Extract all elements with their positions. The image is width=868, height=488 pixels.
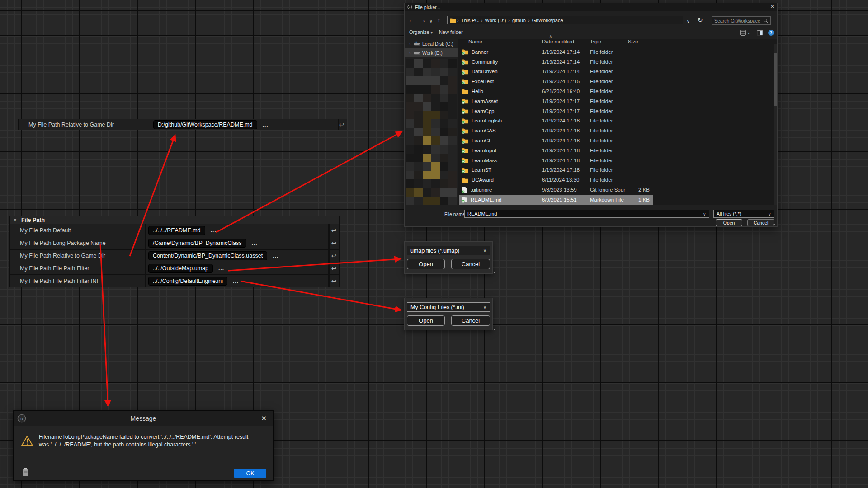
column-splitter[interactable] xyxy=(145,224,146,237)
file-row[interactable]: ExcelTest1/19/2024 17:15File folder xyxy=(459,76,653,86)
chevron-down-icon[interactable]: ∨ xyxy=(703,212,706,216)
file-row[interactable]: LearnInput1/19/2024 17:18File folder xyxy=(459,145,653,155)
cancel-button[interactable]: Cancel xyxy=(451,259,490,269)
breadcrumb-segment[interactable]: This PC xyxy=(461,18,479,23)
file-date: 1/19/2024 17:18 xyxy=(538,128,587,133)
breadcrumb-segment[interactable]: github xyxy=(512,18,526,23)
folder-git-icon xyxy=(462,69,468,75)
browse-ellipsis-button[interactable]: ... xyxy=(233,279,239,283)
property-value-field[interactable]: D:/github/GitWorkspace/README.md xyxy=(153,120,257,129)
close-icon[interactable]: ✕ xyxy=(261,414,267,422)
browse-ellipsis-button[interactable]: ... xyxy=(252,241,258,245)
close-icon[interactable]: ✕ xyxy=(770,4,774,9)
browse-ellipsis-button[interactable]: ... xyxy=(211,228,217,233)
file-name: LearnCpp xyxy=(472,108,495,114)
address-bar[interactable]: ›This PC›Work (D:)›github›GitWorkspace xyxy=(447,16,683,24)
property-value-field[interactable]: ../../../README.md xyxy=(148,226,205,235)
open-button[interactable]: Open xyxy=(407,315,445,326)
property-row-relative-to-game-dir: My File Path Relative to Game Dir D:/git… xyxy=(18,119,347,130)
property-value-field[interactable]: /Game/Dynamic/BP_DynamicClass xyxy=(148,239,246,248)
search-icon[interactable] xyxy=(763,18,769,23)
column-header-size[interactable]: Size xyxy=(625,37,653,46)
file-row[interactable]: .gitignore9/8/2023 13:59Git Ignore Sourc… xyxy=(459,185,653,195)
help-icon[interactable]: ? xyxy=(768,30,774,36)
views-chevron-icon[interactable]: ▾ xyxy=(748,31,750,35)
file-type: Git Ignore Source ... xyxy=(587,187,625,192)
file-row[interactable]: LearnAsset1/19/2024 17:17File folder xyxy=(459,96,653,106)
back-icon[interactable]: ← xyxy=(408,17,415,23)
file-row[interactable]: LearnST1/19/2024 17:18File folder xyxy=(459,165,653,175)
browse-ellipsis-button[interactable]: ... xyxy=(273,253,278,258)
reset-to-default-button[interactable]: ↩ xyxy=(328,237,339,249)
column-splitter[interactable] xyxy=(145,250,146,262)
reset-to-default-button[interactable]: ↩ xyxy=(328,262,339,274)
column-splitter[interactable] xyxy=(145,275,146,287)
file-row[interactable]: LearnCpp1/19/2024 17:17File folder xyxy=(459,106,653,116)
folder-icon xyxy=(462,89,468,94)
reset-to-default-button[interactable]: ↩ xyxy=(336,119,347,130)
cancel-button[interactable]: Cancel xyxy=(451,315,490,326)
sidebar-item-local-disk-c-[interactable]: ›Local Disk (C:) xyxy=(405,39,458,48)
expand-chevron-icon[interactable]: › xyxy=(409,51,414,56)
search-input[interactable] xyxy=(712,18,763,23)
file-row[interactable]: Hello6/21/2024 16:40File folder xyxy=(459,86,653,96)
organize-button[interactable]: Organize ▾ xyxy=(409,29,433,35)
file-row[interactable]: LearnGAS1/19/2024 17:18File folder xyxy=(459,126,653,136)
column-splitter[interactable] xyxy=(145,237,146,249)
address-chevron-icon[interactable]: ∨ xyxy=(687,18,690,24)
reset-to-default-button[interactable]: ↩ xyxy=(328,275,339,287)
scrollbar-thumb[interactable] xyxy=(774,53,777,106)
preview-pane-icon[interactable] xyxy=(757,30,763,36)
forward-icon[interactable]: → xyxy=(420,17,426,23)
expand-chevron-icon[interactable]: › xyxy=(409,42,414,47)
details-view-icon[interactable] xyxy=(740,30,746,36)
refresh-icon[interactable]: ↻ xyxy=(698,17,703,23)
breadcrumb-segment[interactable]: GitWorkspace xyxy=(532,18,563,23)
file-row[interactable]: LearnGF1/19/2024 17:18File folder xyxy=(459,136,653,145)
details-section-file-path: ▼ File Path My File Path Default../../..… xyxy=(9,216,340,287)
property-row: My File Path Relative to Game DirContent… xyxy=(10,249,339,262)
file-row[interactable]: DataDriven1/19/2024 17:14File folder xyxy=(459,67,653,77)
property-row: My File Path Default../../../README.md..… xyxy=(10,224,339,237)
open-button[interactable]: Open xyxy=(716,219,742,226)
reset-to-default-button[interactable]: ↩ xyxy=(328,224,339,237)
reset-to-default-button[interactable]: ↩ xyxy=(328,250,339,262)
copy-to-clipboard-icon[interactable] xyxy=(22,468,29,476)
ok-button[interactable]: OK xyxy=(234,469,266,478)
up-icon[interactable]: ↑ xyxy=(437,17,440,23)
new-folder-button[interactable]: New folder xyxy=(439,29,463,35)
file-name-input[interactable] xyxy=(464,210,709,218)
file-name: LearnGAS xyxy=(472,128,496,133)
breadcrumb-segment[interactable]: Work (D:) xyxy=(485,18,506,23)
file-type-dropdown[interactable]: All files (*.*) xyxy=(713,210,774,218)
file-row[interactable]: LearnEnglish1/19/2024 17:18File folder xyxy=(459,116,653,126)
open-button[interactable]: Open xyxy=(407,259,445,269)
column-header-type[interactable]: Type xyxy=(587,37,625,46)
file-row[interactable]: LearnMass1/19/2024 17:18File folder xyxy=(459,155,653,165)
file-filter-dropdown[interactable]: umap files (*.umap) ∨ xyxy=(407,246,490,255)
property-value-field[interactable]: ../../Config/DefaultEngine.ini xyxy=(148,277,227,286)
column-splitter[interactable] xyxy=(145,262,146,274)
file-date: 1/19/2024 17:14 xyxy=(538,49,587,55)
file-row[interactable]: UCAward6/11/2024 13:30File folder xyxy=(459,175,653,185)
history-chevron-icon[interactable]: ∨ xyxy=(429,18,433,24)
property-value-field[interactable]: Content/Dynamic/BP_DynamicClass.uasset xyxy=(148,251,267,260)
column-header-date-modified[interactable]: Date modified xyxy=(538,37,587,46)
file-row[interactable]: Banner1/19/2024 17:14File folder xyxy=(459,47,653,57)
sidebar-item-work-d-[interactable]: ›Work (D:) xyxy=(405,48,458,57)
collapse-triangle-icon[interactable]: ▼ xyxy=(13,218,17,222)
file-filter-dropdown[interactable]: My Config Files (*.ini) ∨ xyxy=(407,302,490,312)
column-header-name[interactable]: Name xyxy=(459,37,538,46)
section-header[interactable]: ▼ File Path xyxy=(10,216,339,224)
browse-ellipsis-button[interactable]: ... xyxy=(218,266,224,271)
scrollbar-track[interactable] xyxy=(774,44,777,205)
folder-git-icon xyxy=(462,49,468,55)
cancel-button[interactable]: Cancel xyxy=(747,219,774,226)
property-value-field[interactable]: ../../OutsideMap.umap xyxy=(148,264,213,273)
column-splitter[interactable] xyxy=(150,119,150,130)
chevron-down-icon[interactable]: ∨ xyxy=(768,212,771,216)
file-row[interactable]: Community1/19/2024 17:14File folder xyxy=(459,57,653,67)
file-row[interactable]: README.md6/9/2021 15:51Markdown File1 KB xyxy=(459,195,653,205)
navigation-pane: ›Local Disk (C:)›Work (D:) xyxy=(405,39,458,204)
browse-ellipsis-button[interactable]: ... xyxy=(263,122,269,127)
